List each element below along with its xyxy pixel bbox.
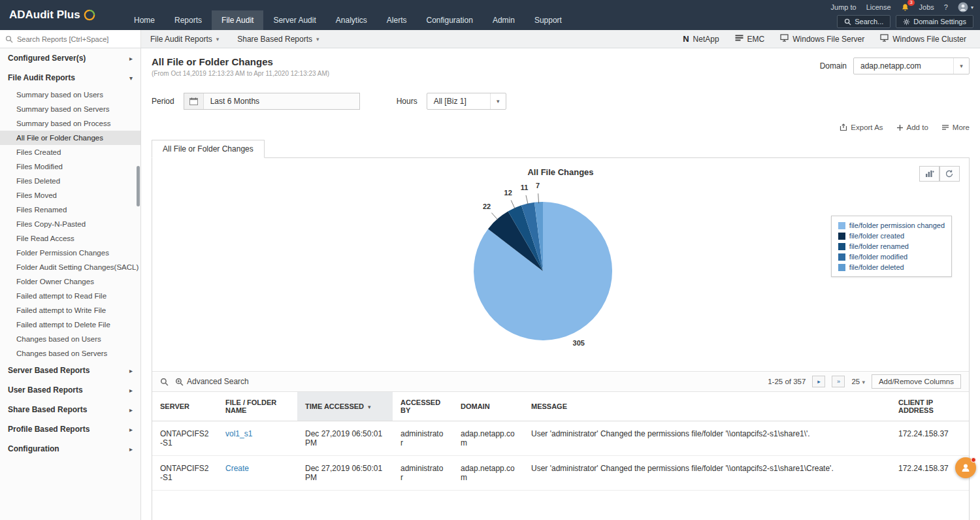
- export-as-button[interactable]: Export As: [840, 123, 883, 131]
- nav-item-reports[interactable]: Reports: [165, 10, 212, 30]
- app-logo[interactable]: ADAudit Plus: [9, 8, 95, 22]
- file-link[interactable]: Create: [225, 464, 249, 473]
- chevron-right-icon: ▸: [129, 367, 133, 374]
- sidebar-item-summary-based-on-users[interactable]: Summary based on Users: [0, 88, 140, 102]
- sidebar-section-user-based-reports[interactable]: User Based Reports▸: [0, 380, 140, 400]
- calendar-icon: [184, 93, 204, 109]
- col-header-message[interactable]: MESSAGE: [523, 392, 890, 421]
- platform-emc[interactable]: EMC: [728, 35, 772, 44]
- add-remove-columns-button[interactable]: Add/Remove Columns: [872, 374, 961, 389]
- sidebar-item-summary-based-on-servers[interactable]: Summary based on Servers: [0, 102, 140, 116]
- sidebar-item-failed-attempt-to-write-file[interactable]: Failed attempt to Write File: [0, 303, 140, 317]
- sidebar-item-files-created[interactable]: Files Created: [0, 145, 140, 159]
- netapp-icon: N: [683, 34, 689, 44]
- platform-windows-file-cluster[interactable]: Windows File Cluster: [873, 34, 973, 44]
- support-chat-button[interactable]: [955, 457, 976, 478]
- col-header-accessed-by[interactable]: ACCESSED BY: [393, 392, 453, 421]
- sidebar-item-all-file-or-folder-changes[interactable]: All File or Folder Changes: [0, 131, 140, 145]
- sidebar-section-profile-based-reports[interactable]: Profile Based Reports▸: [0, 419, 140, 439]
- cell-message: User 'administrator' Changed the permiss…: [523, 456, 890, 491]
- jobs-link[interactable]: Jobs: [919, 3, 934, 11]
- next-page-button[interactable]: ▸: [812, 376, 825, 387]
- search-button[interactable]: Search...: [837, 15, 890, 28]
- nav-item-configuration[interactable]: Configuration: [417, 10, 483, 30]
- refresh-icon: [945, 170, 954, 178]
- pie-value-label: 11: [521, 184, 529, 191]
- tab-all-file-or-folder-changes[interactable]: All File or Folder Changes: [152, 140, 265, 158]
- legend-item-file-folder-deleted: file/folder deleted: [838, 262, 945, 272]
- table-row[interactable]: ONTAPCIFS2-S1vol1_s1Dec 27,2019 06:50:01…: [152, 421, 969, 456]
- report-search[interactable]: [0, 30, 141, 48]
- sidebar-item-files-renamed[interactable]: Files Renamed: [0, 203, 140, 217]
- sidebar-item-folder-permission-changes[interactable]: Folder Permission Changes: [0, 246, 140, 260]
- col-header-client-ip-address[interactable]: CLIENT IP ADDRESS: [890, 392, 969, 421]
- sidebar-section-configured-server-s[interactable]: Configured Server(s)▸: [0, 48, 140, 68]
- page-size-select[interactable]: 25 ▾: [851, 378, 865, 385]
- sort-desc-icon: ▾: [368, 404, 371, 410]
- table-row[interactable]: ONTAPCIFS2-S1CreateDec 27,2019 06:50:01 …: [152, 456, 969, 491]
- hours-select[interactable]: All [Biz 1] ▾: [427, 93, 506, 110]
- sidebar-scrollbar[interactable]: [137, 166, 140, 206]
- report-search-input[interactable]: [17, 35, 135, 43]
- nav-item-file-audit[interactable]: File Audit: [212, 10, 263, 30]
- sidebar-item-files-copy-n-pasted[interactable]: Files Copy-N-Pasted: [0, 217, 140, 231]
- nav-item-server-audit[interactable]: Server Audit: [263, 10, 325, 30]
- domain-settings-button[interactable]: Domain Settings: [896, 15, 973, 28]
- sidebar-section-configuration[interactable]: Configuration▸: [0, 439, 140, 459]
- legend-swatch: [838, 222, 845, 229]
- nav-item-support[interactable]: Support: [525, 10, 572, 30]
- sidebar-item-failed-attempt-to-delete-file[interactable]: Failed attempt to Delete File: [0, 317, 140, 332]
- col-header-domain[interactable]: DOMAIN: [453, 392, 523, 421]
- more-button[interactable]: More: [941, 123, 970, 131]
- nav-item-home[interactable]: Home: [124, 10, 165, 30]
- pie-chart[interactable]: 3052212117: [445, 172, 641, 368]
- nav-item-admin[interactable]: Admin: [483, 10, 525, 30]
- col-header-time-accessed[interactable]: TIME ACCESSED▾: [297, 392, 393, 421]
- col-header-file-folder-name[interactable]: FILE / FOLDER NAME: [218, 392, 297, 421]
- add-to-button[interactable]: Add to: [896, 123, 928, 131]
- sidebar-item-folder-audit-setting-changes-sacl[interactable]: Folder Audit Setting Changes(SACL): [0, 260, 140, 274]
- chevron-right-icon: ▸: [129, 55, 133, 62]
- platform-windows-file-server[interactable]: Windows File Server: [773, 34, 872, 44]
- legend-swatch: [838, 264, 845, 271]
- period-input[interactable]: Last 6 Months: [184, 93, 360, 110]
- last-page-button[interactable]: »: [832, 376, 845, 387]
- chart-type-button[interactable]: [919, 166, 939, 182]
- col-header-server[interactable]: SERVER: [152, 392, 218, 421]
- license-link[interactable]: License: [866, 3, 891, 11]
- cell-domain: adap.netapp.com: [453, 456, 523, 491]
- sidebar-item-failed-attempt-to-read-file[interactable]: Failed attempt to Read File: [0, 289, 140, 303]
- file-link[interactable]: vol1_s1: [225, 429, 252, 438]
- file-audit-reports-menu[interactable]: File Audit Reports▾: [141, 30, 228, 48]
- nav-item-alerts[interactable]: Alerts: [377, 10, 417, 30]
- chevron-down-icon: ▾: [953, 58, 969, 74]
- sidebar-section-server-based-reports[interactable]: Server Based Reports▸: [0, 361, 140, 380]
- sidebar-item-files-moved[interactable]: Files Moved: [0, 188, 140, 203]
- cell-client-ip-address: 172.24.158.37: [890, 421, 969, 456]
- sidebar-item-file-read-access[interactable]: File Read Access: [0, 231, 140, 246]
- sidebar: Configured Server(s)▸File Audit Reports▾…: [0, 48, 141, 520]
- chart-refresh-button[interactable]: [939, 166, 960, 182]
- chart-legend: file/folder permission changedfile/folde…: [831, 216, 952, 277]
- sidebar-section-file-audit-reports[interactable]: File Audit Reports▾: [0, 68, 140, 88]
- sidebar-section-share-based-reports[interactable]: Share Based Reports▸: [0, 400, 140, 419]
- share-based-reports-menu[interactable]: Share Based Reports▾: [228, 30, 328, 48]
- search-icon[interactable]: [160, 378, 169, 386]
- user-menu[interactable]: ▾: [958, 2, 973, 12]
- jump-to-link[interactable]: Jump to: [831, 3, 857, 11]
- legend-item-file-folder-created: file/folder created: [838, 231, 945, 241]
- help-button[interactable]: ?: [944, 3, 948, 11]
- platform-netapp[interactable]: NNetApp: [676, 34, 726, 44]
- sidebar-item-files-modified[interactable]: Files Modified: [0, 159, 140, 174]
- nav-item-analytics[interactable]: Analytics: [326, 10, 377, 30]
- notifications-bell[interactable]: 3: [901, 3, 909, 12]
- sidebar-item-changes-based-on-servers[interactable]: Changes based on Servers: [0, 346, 140, 361]
- advanced-search-button[interactable]: Advanced Search: [175, 377, 249, 386]
- sidebar-item-folder-owner-changes[interactable]: Folder Owner Changes: [0, 274, 140, 289]
- sidebar-item-files-deleted[interactable]: Files Deleted: [0, 174, 140, 188]
- gear-icon: [903, 18, 910, 25]
- domain-select[interactable]: adap.netapp.com ▾: [853, 57, 970, 74]
- more-icon: [941, 124, 949, 131]
- sidebar-item-changes-based-on-users[interactable]: Changes based on Users: [0, 332, 140, 346]
- sidebar-item-summary-based-on-process[interactable]: Summary based on Process: [0, 116, 140, 131]
